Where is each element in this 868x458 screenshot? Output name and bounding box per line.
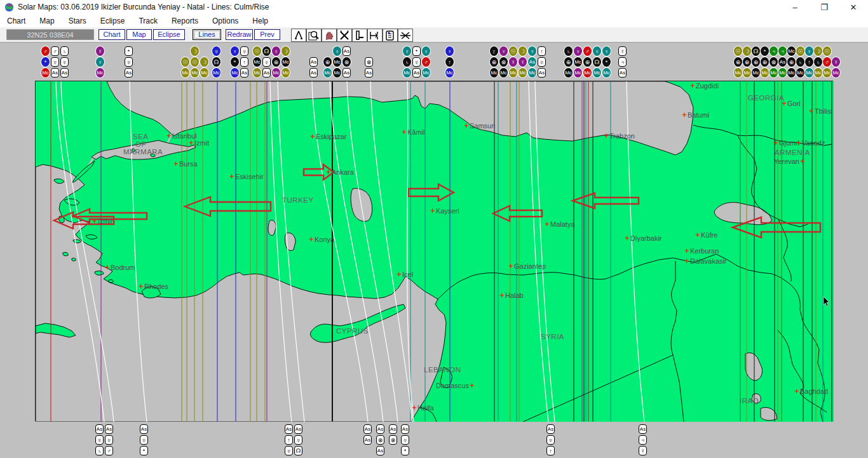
menu-chart[interactable]: Chart (0, 17, 32, 25)
svg-text:+: + (682, 111, 686, 119)
planet-badge: ♇ (490, 46, 498, 56)
planet-badge: * (761, 46, 769, 56)
planet-badge: ♀ (403, 46, 411, 56)
svg-text:+: + (684, 257, 689, 266)
planet-badge: ↑ (240, 57, 248, 67)
clamp-icon[interactable] (352, 29, 367, 42)
ascendant-badge: As (538, 68, 546, 77)
planet-badge: ☊ (294, 446, 302, 455)
planet-badge: ☊ (593, 57, 601, 67)
menu-map[interactable]: Map (32, 17, 61, 25)
planet-badge: ♅ (412, 57, 421, 67)
midheaven-badge: Mc (41, 68, 50, 77)
move-point-icon[interactable] (367, 29, 383, 42)
menu-track[interactable]: Track (132, 17, 165, 25)
city-label: Tbilisi (815, 107, 832, 115)
minimize-button[interactable]: – (780, 0, 810, 14)
ascendant-badge: As (294, 424, 302, 434)
city-label: Kâmil (407, 128, 425, 136)
city-label: Damascus (436, 382, 469, 389)
city-label: Bursa (179, 160, 198, 168)
ascendant-badge: As (389, 424, 397, 434)
planet-badge: ☉ (181, 57, 189, 67)
svg-text:+: + (499, 291, 504, 300)
ascendant-badge: As (618, 68, 627, 77)
svg-text:+: + (139, 282, 143, 291)
scissors-icon[interactable] (337, 29, 352, 42)
planet-badge: ♄ (814, 57, 822, 67)
planet-badge: ☿ (832, 57, 840, 67)
midheaven-badge: Mc (787, 68, 796, 77)
planet-badge: ⊕ (564, 57, 573, 67)
planet-badge: ♃ (639, 435, 647, 445)
planet-badge: ☽ (191, 46, 199, 56)
planet-badge: ♃ (778, 46, 787, 56)
menu-stars[interactable]: Stars (62, 17, 93, 25)
restore-button[interactable]: ❐ (810, 0, 839, 14)
planet-badge: ♂ (583, 46, 592, 56)
planet-badge: ♆ (499, 46, 508, 56)
midheaven-badge: Mc (564, 68, 573, 77)
compass-icon[interactable] (291, 29, 306, 42)
city-label: Yerevan (774, 158, 799, 165)
planet-badge: ♄ (564, 46, 573, 56)
region-label: LEBANON (424, 366, 461, 374)
planet-badge: ☿ (639, 446, 647, 455)
ascendant-badge: As (365, 68, 373, 77)
midheaven-badge: Mc (823, 68, 831, 77)
planet-badge: ♄ (403, 57, 411, 67)
planet-badge: ↑ (546, 446, 555, 455)
midheaven-badge: Mc (253, 57, 261, 67)
midheaven-badge: Mc (281, 57, 290, 67)
ascendant-badge: As (95, 424, 104, 434)
city-label: Eskisehir (235, 173, 264, 180)
menu-eclipse[interactable]: Eclipse (93, 17, 132, 25)
chart-button[interactable]: Chart (98, 29, 125, 40)
map-button[interactable]: Map (126, 29, 152, 40)
close-button[interactable]: ✕ (839, 0, 868, 14)
midheaven-badge: Mc (445, 68, 454, 77)
planet-badge: ⊗ (376, 435, 384, 445)
zoom-icon[interactable] (306, 29, 322, 42)
ascendant-badge: As (60, 68, 69, 77)
planet-badge: ☽ (814, 46, 822, 56)
planet-badge: ♃ (618, 57, 627, 67)
planet-badge: ☊ (262, 46, 271, 56)
midheaven-badge: Mc (403, 68, 411, 77)
planet-badge: ☉ (191, 57, 199, 67)
menu-options[interactable]: Options (205, 17, 245, 25)
city-label: Izmit (194, 139, 209, 147)
city-label: Dalavakasir (690, 257, 727, 265)
redraw-button[interactable]: Redraw (226, 29, 253, 40)
city-label: Samsun (470, 122, 495, 130)
region-label: MARMARA (123, 148, 163, 156)
planet-badge: ☽ (743, 46, 751, 56)
planet-badge: ⊗ (770, 57, 778, 67)
city-label: Izmir (98, 217, 113, 225)
title-bar: Solar Maps: 03.06.2019 Ikizler Burcunda … (0, 0, 868, 14)
midheaven-badge: Mc (734, 68, 742, 77)
svg-text:+: + (309, 235, 313, 244)
menu-help[interactable]: Help (245, 17, 275, 25)
report-icon[interactable] (383, 29, 398, 42)
planet-badge: * (140, 446, 148, 455)
city-label: Konya (315, 236, 335, 243)
eclipse-button[interactable]: Eclipse (153, 29, 185, 40)
svg-text:+: + (695, 231, 700, 239)
planet-badge: ♅ (51, 57, 59, 67)
lines-button[interactable]: Lines (193, 29, 221, 40)
cut-line-icon[interactable] (398, 29, 413, 42)
menu-reports[interactable]: Reports (165, 17, 205, 25)
planet-badge: ☿ (618, 46, 627, 56)
midheaven-badge: Mc (499, 68, 508, 77)
region-label: SYRIA (541, 333, 564, 340)
midheaven-badge: Mc (761, 68, 769, 77)
ascendant-badge: As (262, 68, 271, 77)
pan-hand-icon[interactable] (322, 29, 337, 42)
map-canvas[interactable]: +Istanbul+Izmit+Bursa+Eskisehir+Izmir+Bo… (35, 81, 833, 421)
midheaven-badge: Mc (253, 68, 261, 77)
svg-text:+: + (470, 381, 474, 390)
midheaven-badge: Mc (796, 68, 804, 77)
prev-button[interactable]: Prev (254, 29, 280, 40)
planet-badge: ♆ (231, 46, 239, 56)
